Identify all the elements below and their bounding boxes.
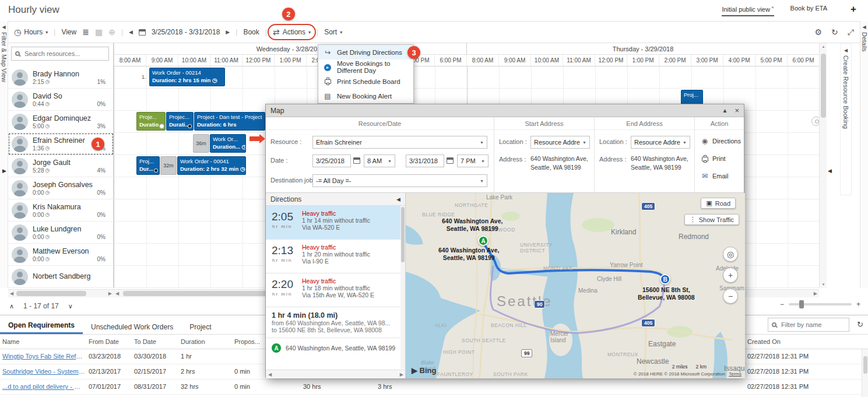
column-header-propos[interactable]: Propos...: [234, 338, 260, 345]
zoom-out-button[interactable]: −: [723, 289, 738, 304]
scroll-down-icon[interactable]: ▾: [820, 282, 827, 287]
zoom-handle[interactable]: [799, 300, 804, 308]
booking-block[interactable]: Work Order - 00041Duration: 2 hrs 32 min…: [177, 156, 246, 175]
time-from-select[interactable]: 8 AM▼: [364, 154, 395, 167]
scroll-right-icon[interactable]: ▶: [108, 291, 112, 296]
map-canvas[interactable]: Lake ParkNORTHGATEBLUE RIDGEWEDGWOODKirk…: [406, 193, 745, 378]
requirement-name-link[interactable]: ...d to and pilot delivery - Operati...: [2, 383, 85, 390]
collapse-pager-icon[interactable]: ∧: [9, 303, 14, 310]
scrollbar-thumb[interactable]: [16, 291, 86, 296]
action-print-button[interactable]: Print: [701, 152, 743, 165]
fullscreen-icon[interactable]: ⤢: [848, 27, 854, 37]
requirement-name-link[interactable]: Wingtip Toys Fab Site Refurbishm...: [2, 353, 85, 360]
resource-horizontal-scrollbar[interactable]: ◀ ▶: [8, 289, 114, 297]
scroll-right-icon[interactable]: ▶: [400, 372, 403, 377]
scrollbar-thumb[interactable]: [821, 54, 826, 118]
zoom-in-icon[interactable]: +: [856, 300, 860, 308]
menu-item-move-bookings-to-different-day[interactable]: ▸Move Bookings to Different Day: [318, 59, 413, 74]
view-tab-initial-public-view[interactable]: Initial public view×: [722, 5, 774, 16]
dialog-titlebar[interactable]: Map ▲ ×: [266, 104, 744, 117]
date-range[interactable]: 3/25/2018 - 3/31/2018: [152, 28, 220, 36]
route-end-pin[interactable]: B: [660, 274, 670, 284]
start-location-select[interactable]: Resource Address▼: [530, 136, 590, 149]
date-to-input[interactable]: 3/31/2018: [406, 154, 444, 167]
zoom-out-icon[interactable]: −: [780, 300, 784, 308]
view-tab-book-by-eta[interactable]: Book by ETA: [790, 5, 827, 16]
column-header-from-date[interactable]: From Date: [89, 338, 119, 345]
terms-link[interactable]: Terms: [729, 371, 742, 377]
calendar-icon[interactable]: [447, 157, 454, 164]
resource-row[interactable]: Matthew Everson0:00◷0%: [8, 244, 114, 266]
prev-week-icon[interactable]: ◀: [129, 29, 133, 35]
grid-view-icon[interactable]: ▦: [95, 27, 103, 37]
scroll-right-icon[interactable]: ▶: [814, 291, 817, 296]
map-style-button[interactable]: ▣ Road: [701, 198, 736, 209]
collapse-dialog-icon[interactable]: ▲: [722, 107, 728, 114]
filter-box[interactable]: [768, 318, 849, 332]
booking-block[interactable]: Projec...Durati...: [166, 112, 194, 131]
menu-item-get-driving-directions[interactable]: ↪Get Driving Directions3: [318, 45, 413, 59]
expand-pager-icon[interactable]: ∨: [68, 303, 73, 310]
column-header-to-date[interactable]: To Date: [134, 338, 156, 345]
booking-block[interactable]: Proj...Dur...: [136, 156, 160, 175]
resource-row[interactable]: David So0:44◷0%: [8, 89, 114, 111]
date-from-input[interactable]: 3/25/2018: [312, 154, 351, 167]
column-header-created-on[interactable]: Created On: [747, 338, 781, 345]
bottom-vertical-scrollbar[interactable]: [862, 349, 868, 397]
close-tab-icon[interactable]: ×: [771, 5, 774, 10]
collapse-create-icon[interactable]: ◀: [841, 48, 851, 53]
actions-dropdown[interactable]: ⇄ Actions ▾ 2: [273, 27, 311, 37]
directions-horizontal-scrollbar[interactable]: ◀ ▶: [266, 370, 406, 378]
requirement-name-link[interactable]: Southridge Video - System Upgrade: [2, 368, 85, 375]
filter-map-rail[interactable]: ◀ Filter & Map View: [0, 21, 8, 288]
resource-row[interactable]: Luke Lundgren0:00◷0%: [8, 222, 114, 244]
scroll-left-icon[interactable]: ◀: [268, 372, 272, 377]
close-dialog-icon[interactable]: ×: [735, 106, 739, 115]
scroll-left-icon[interactable]: ◀: [115, 291, 119, 296]
locate-me-button[interactable]: ◎: [723, 247, 738, 262]
resource-row[interactable]: Brady Hannon2:15◷1%: [8, 66, 114, 89]
directions-vertical-scrollbar[interactable]: [400, 206, 405, 369]
scrollbar-thumb[interactable]: [863, 356, 867, 374]
time-to-select[interactable]: 7 PM▼: [457, 154, 489, 167]
expand-right-panel-icon[interactable]: ◀: [828, 168, 832, 174]
refresh-icon[interactable]: ↻: [857, 320, 863, 329]
collapse-directions-icon[interactable]: ◀: [396, 196, 400, 202]
booking-block[interactable]: 32m: [160, 156, 177, 175]
column-header-name[interactable]: Name: [2, 338, 19, 345]
resource-row[interactable]: Norbert Sandberg: [8, 266, 114, 288]
zoom-in-button[interactable]: +: [723, 268, 738, 283]
menu-item-new-booking-alert[interactable]: ▤New Booking Alert: [318, 89, 413, 103]
route-option[interactable]: 2:20hr minHeavy traffic1 hr 18 min witho…: [266, 273, 405, 307]
tab-open-requirements[interactable]: Open Requirements: [0, 317, 83, 334]
show-traffic-button[interactable]: ⋮ Show Traffic: [684, 214, 739, 225]
scrollbar-thumb[interactable]: [401, 207, 405, 262]
end-location-select[interactable]: Resource Address▼: [631, 136, 690, 149]
sort-dropdown[interactable]: Sort ▾: [324, 28, 342, 36]
destination-job-select[interactable]: -= All Day =-▼: [312, 174, 487, 187]
scroll-up-icon[interactable]: ▴: [820, 44, 827, 49]
route-option[interactable]: 2:13hr minHeavy traffic1 hr 20 min witho…: [266, 240, 405, 273]
next-week-icon[interactable]: ▶: [226, 29, 230, 35]
create-booking-rail[interactable]: ◀ Create Resource Booking: [840, 44, 852, 195]
map-view-icon[interactable]: ⊕: [108, 27, 115, 37]
resource-row[interactable]: Edgar Dominquez5:00◷3%: [8, 111, 114, 133]
filter-by-name-input[interactable]: [780, 321, 845, 329]
action-directions-button[interactable]: ◉Directions: [701, 135, 743, 147]
resource-search[interactable]: [11, 47, 109, 61]
settings-gear-icon[interactable]: ⚙: [815, 27, 823, 37]
route-option[interactable]: 2:05hr minHeavy traffic1 hr 14 min witho…: [266, 206, 405, 240]
resource-row[interactable]: Efrain Schreiner1:36◷1%1: [8, 133, 114, 155]
refresh-icon[interactable]: ↻: [831, 27, 838, 37]
zoom-track[interactable]: [789, 303, 852, 305]
tab-project[interactable]: Project: [181, 318, 219, 334]
resource-row[interactable]: Jorge Gault5:28◷4%: [8, 155, 114, 177]
details-rail[interactable]: ◀ Details: [860, 21, 868, 288]
tab-unscheduled-work-orders[interactable]: Unscheduled Work Orders: [83, 318, 181, 334]
resource-select[interactable]: Efrain Schreiner▼: [312, 136, 487, 149]
table-row[interactable]: ...d to and pilot delivery - Operati...0…: [0, 380, 868, 395]
book-button[interactable]: Book: [243, 28, 259, 36]
calendar-icon[interactable]: [139, 29, 146, 36]
collapse-left-icon[interactable]: ◀: [0, 24, 8, 30]
resource-search-input[interactable]: [23, 50, 105, 58]
